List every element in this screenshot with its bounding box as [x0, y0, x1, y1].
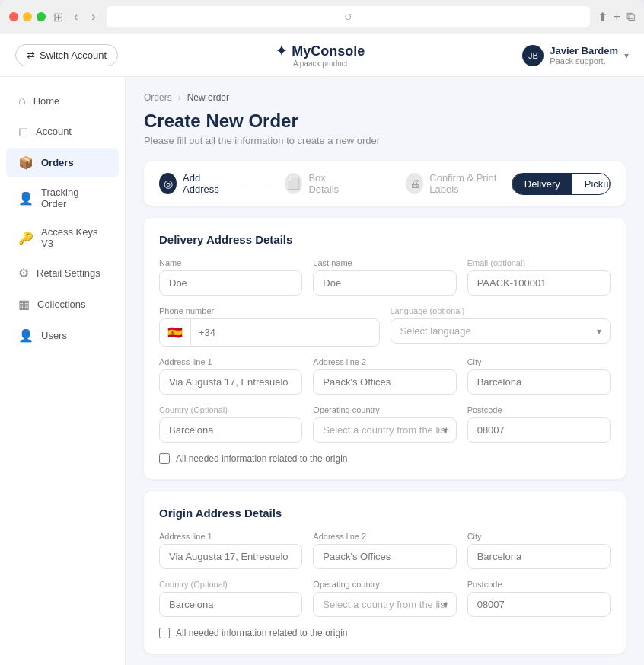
sidebar-item-home[interactable]: ⌂ Home [6, 86, 119, 115]
forward-button[interactable]: › [88, 10, 98, 24]
delivery-button[interactable]: Delivery [512, 174, 572, 194]
delivery-section-title: Delivery Address Details [159, 233, 611, 246]
phone-label: Phone number [159, 306, 380, 315]
name-input[interactable] [159, 270, 302, 296]
step-connector-2 [362, 184, 394, 184]
step-box-details: ⬜ Box Details [285, 172, 349, 195]
users-icon: 👤 [18, 328, 33, 343]
country-label: Country (Optional) [159, 405, 302, 414]
form-group-lastname: Last name [313, 258, 456, 296]
language-label: Language (optional) [391, 306, 611, 315]
origin-checkbox-row: All needed information related to the or… [159, 628, 611, 638]
address1-input[interactable] [159, 369, 302, 395]
breadcrumb-separator: › [178, 92, 181, 103]
lastname-input[interactable] [313, 270, 456, 296]
tabs-icon[interactable]: ⧉ [626, 10, 635, 24]
address-bar[interactable]: ↺ [107, 6, 590, 27]
logo-text: ✦ MyConsole [276, 43, 365, 59]
address2-label: Address line 2 [313, 357, 456, 366]
logo-icon: ✦ [276, 43, 287, 59]
phone-input-wrap: 🇪🇸 [159, 318, 380, 347]
user-info: Javier Bardem Paack support. [550, 45, 618, 66]
pickup-button[interactable]: Pickup [572, 174, 611, 194]
user-menu[interactable]: JB Javier Bardem Paack support. ▾ [522, 45, 629, 66]
user-name: Javier Bardem [550, 45, 618, 56]
sidebar-item-collections[interactable]: ▦ Collections [6, 289, 119, 319]
reload-icon: ↺ [344, 11, 352, 23]
step-box-details-label: Box Details [308, 172, 349, 195]
content-area: Orders › New order Create New Order Plea… [126, 77, 644, 665]
postcode-label: Postcode [467, 405, 611, 414]
origin-section-title: Origin Address Details [159, 507, 611, 520]
switch-account-label: Switch Account [40, 50, 107, 61]
city-label: City [467, 357, 611, 366]
sidebar-item-users[interactable]: 👤 Users [6, 321, 119, 350]
breadcrumb-current: New order [187, 92, 229, 103]
sidebar-item-label: Account [36, 126, 72, 137]
breadcrumb-orders[interactable]: Orders [144, 92, 172, 103]
form-group-city: City [467, 357, 611, 395]
sidebar-item-account[interactable]: ◻ Account [6, 117, 119, 146]
email-input[interactable] [467, 270, 611, 296]
new-tab-icon[interactable]: + [614, 10, 620, 24]
country-input[interactable] [159, 417, 302, 443]
account-icon: ◻ [18, 124, 28, 139]
top-nav: ⇄ Switch Account ✦ MyConsole A paack pro… [0, 34, 644, 77]
step-confirm-print-label: Confirm & Print Labels [429, 172, 512, 195]
step-connector-1 [241, 184, 273, 184]
origin-checkbox-label: All needed information related to the or… [176, 628, 347, 638]
origin-postcode-input[interactable] [467, 592, 611, 617]
form-row-country: Country (Optional) Operating country Sel… [159, 405, 611, 443]
main-layout: ⌂ Home ◻ Account 📦 Orders 👤 Tracking Ord… [0, 77, 644, 665]
origin-operating-country-label: Operating country [313, 580, 456, 589]
operating-country-select[interactable]: Select a country from the list [313, 417, 456, 443]
share-icon[interactable]: ⬆ [598, 10, 607, 24]
key-icon: 🔑 [18, 231, 33, 245]
origin-form-group-address2: Address line 2 [313, 532, 456, 569]
collections-icon: ▦ [18, 297, 30, 312]
origin-country-input[interactable] [159, 592, 302, 617]
minimize-button[interactable] [23, 12, 32, 21]
origin-address1-input[interactable] [159, 544, 302, 569]
postcode-input[interactable] [467, 417, 611, 443]
origin-address1-label: Address line 1 [159, 532, 302, 541]
logo-sub: A paack product [293, 59, 348, 68]
origin-city-input[interactable] [467, 544, 611, 569]
delivery-checkbox-row: All needed information related to the or… [159, 453, 611, 464]
form-group-address1: Address line 1 [159, 357, 302, 395]
origin-form-group-city: City [467, 532, 611, 569]
origin-operating-country-select[interactable]: Select a country from the list [313, 592, 456, 617]
form-group-operating-country: Operating country Select a country from … [313, 405, 456, 443]
address2-input[interactable] [313, 369, 456, 395]
form-row-phone: Phone number 🇪🇸 Language (optional) S [159, 306, 611, 347]
steps-bar: ◎ Add Address ⬜ Box Details 🖨 Confirm & … [144, 161, 626, 206]
step-add-address-icon: ◎ [159, 173, 177, 194]
orders-icon: 📦 [18, 155, 33, 170]
origin-checkbox[interactable] [159, 628, 170, 638]
sidebar-item-label: Access Keys V3 [41, 226, 107, 249]
sidebar-item-label: Users [41, 330, 67, 341]
form-group-language: Language (optional) Select language [391, 306, 611, 347]
back-button[interactable]: ‹ [71, 10, 81, 24]
origin-form-group-postcode: Postcode [467, 580, 611, 617]
language-select[interactable]: Select language [391, 318, 611, 344]
origin-form-row-country: Country (Optional) Operating country Sel… [159, 580, 611, 617]
maximize-button[interactable] [37, 12, 46, 21]
sidebar-item-retail-settings[interactable]: ⚙ Retail Settings [6, 258, 119, 288]
switch-account-button[interactable]: ⇄ Switch Account [15, 44, 118, 66]
sidebar-item-label: Retail Settings [37, 267, 100, 279]
sidebar-item-access-keys[interactable]: 🔑 Access Keys V3 [6, 219, 119, 257]
origin-address2-input[interactable] [313, 544, 456, 569]
delivery-origin-checkbox[interactable] [159, 453, 170, 464]
breadcrumb: Orders › New order [144, 92, 626, 103]
browser-chrome: ⊞ ‹ › ↺ ⬆ + ⧉ [0, 0, 644, 34]
home-icon: ⌂ [18, 94, 26, 107]
close-button[interactable] [9, 12, 18, 21]
phone-input[interactable] [191, 321, 379, 344]
origin-country-label: Country (Optional) [159, 580, 302, 589]
sidebar-item-tracking[interactable]: 👤 Tracking Order [6, 179, 119, 217]
sidebar-item-orders[interactable]: 📦 Orders [6, 148, 119, 177]
sidebar-toggle-button[interactable]: ⊞ [53, 10, 63, 24]
logo: ✦ MyConsole A paack product [276, 43, 365, 68]
city-input[interactable] [467, 369, 611, 395]
